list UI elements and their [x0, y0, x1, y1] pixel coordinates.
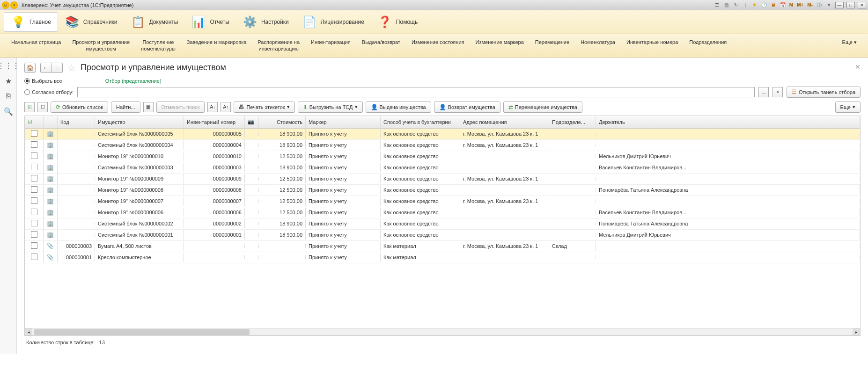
- subnav-move[interactable]: Перемещение: [530, 37, 575, 54]
- m-minus-button[interactable]: M-: [806, 1, 814, 9]
- table-row[interactable]: 🏢Системный блок №0000000004000000000418 …: [25, 140, 860, 151]
- row-checkbox[interactable]: [31, 209, 37, 215]
- th-acc[interactable]: Способ учета в бухгалтерии: [381, 116, 460, 128]
- table-row[interactable]: 📎000000003Бумага А4, 500 листовПринято к…: [25, 241, 860, 252]
- forward-button[interactable]: →: [51, 63, 63, 73]
- select-all-radio[interactable]: Выбрать все: [24, 78, 62, 84]
- scroll-left-icon[interactable]: ◂: [25, 328, 32, 336]
- tb-icon-1[interactable]: ☰: [714, 1, 721, 9]
- subnav-condition[interactable]: Изменение состояния: [406, 37, 470, 54]
- subnav-receipt[interactable]: Поступление номенклатуры: [135, 37, 181, 54]
- by-filter-radio[interactable]: Согласно отбору:: [24, 89, 74, 95]
- calc-icon[interactable]: 🖩: [770, 1, 777, 9]
- subnav-issue[interactable]: Выдача/возврат: [356, 37, 406, 54]
- row-checkbox[interactable]: [31, 186, 37, 193]
- sort-desc-button[interactable]: A↑: [221, 102, 231, 112]
- close-tab-icon[interactable]: ✕: [855, 63, 861, 71]
- move-button[interactable]: ⇄ Перемещение имущества: [503, 102, 582, 113]
- row-checkbox[interactable]: [31, 197, 37, 204]
- maximize-button[interactable]: □: [846, 2, 855, 8]
- table-row[interactable]: 🏢Системный блок №0000000002000000000218 …: [25, 218, 860, 230]
- subnav-inventory[interactable]: Инвентаризация: [305, 37, 356, 54]
- table-row[interactable]: 🏢Монитор 19" №0000000008000000000812 500…: [25, 185, 860, 196]
- menu-reports[interactable]: 📊 Отчеты: [184, 12, 235, 32]
- refresh-button[interactable]: ⟳ Обновить список: [51, 102, 108, 113]
- menu-help[interactable]: ❓ Помощь: [371, 12, 424, 32]
- horizontal-scrollbar[interactable]: ◂ ▸: [25, 328, 860, 335]
- row-checkbox[interactable]: [31, 220, 37, 226]
- grid-mode-button[interactable]: ▦: [143, 102, 154, 112]
- th-holder[interactable]: Держатель: [596, 116, 860, 128]
- sort-asc-button[interactable]: A↓: [207, 102, 218, 112]
- favorites-icon[interactable]: ★: [5, 77, 12, 86]
- subnav-nomenclature[interactable]: Номенклатура: [575, 37, 621, 54]
- menu-documents[interactable]: 📋 Документы: [124, 12, 185, 32]
- table-row[interactable]: 🏢Системный блок №0000000005000000000518 …: [25, 129, 860, 140]
- calendar-icon[interactable]: 📅: [779, 1, 787, 9]
- filter-ellipsis-button[interactable]: …: [758, 87, 769, 97]
- subnav-marking[interactable]: Заведение и маркировка: [181, 37, 252, 54]
- app-dropdown-icon[interactable]: ▾: [10, 1, 18, 9]
- print-labels-button[interactable]: 🖶 Печать этикеток ▾: [234, 102, 294, 113]
- back-button[interactable]: ←: [40, 63, 51, 73]
- issue-button[interactable]: 👤 Выдача имущества: [366, 102, 431, 113]
- th-inv[interactable]: Инвентарный номер: [184, 116, 245, 128]
- table-row[interactable]: 🏢Монитор 19" №0000000010000000001012 500…: [25, 151, 860, 162]
- th-name[interactable]: Имущество: [95, 116, 184, 128]
- row-checkbox[interactable]: [31, 242, 37, 249]
- m-button[interactable]: M: [788, 1, 794, 9]
- th-cost[interactable]: Стоимость: [259, 116, 306, 128]
- table-row[interactable]: 🏢Системный блок №0000000003000000000318 …: [25, 162, 860, 174]
- checkall-button[interactable]: ☑: [24, 102, 35, 112]
- favorite-star-icon[interactable]: ☆: [67, 62, 76, 73]
- star-icon[interactable]: ★: [751, 1, 758, 9]
- subnav-more[interactable]: Еще ▾: [837, 37, 862, 54]
- tb-icon-3[interactable]: ↻: [732, 1, 740, 9]
- home-button[interactable]: 🏠: [24, 63, 36, 73]
- row-checkbox[interactable]: [31, 130, 37, 137]
- menu-reference[interactable]: 📚 Справочники: [58, 12, 124, 32]
- row-checkbox[interactable]: [31, 152, 37, 159]
- history-icon[interactable]: 🕑: [760, 1, 768, 9]
- th-code[interactable]: Код: [58, 116, 95, 128]
- return-button[interactable]: 👤 Возврат имущества: [434, 102, 500, 113]
- cancel-search-button[interactable]: Отменить поиск: [156, 102, 205, 113]
- menu-main[interactable]: 💡 Главное: [4, 12, 58, 32]
- th-marker[interactable]: Маркер: [306, 116, 381, 128]
- uncheckall-button[interactable]: ☐: [37, 102, 48, 112]
- menu-licensing[interactable]: 📄 Лицензирование: [295, 12, 371, 32]
- subnav-view[interactable]: Просмотр и управление имуществом: [66, 37, 135, 54]
- upload-tsd-button[interactable]: ⬆ Выгрузить на ТСД ▾: [298, 102, 363, 113]
- row-checkbox[interactable]: [31, 231, 37, 238]
- info-dropdown[interactable]: ▾: [825, 1, 832, 9]
- row-checkbox[interactable]: [31, 175, 37, 181]
- find-button[interactable]: Найти...: [111, 102, 140, 113]
- th-addr[interactable]: Адрес помещения: [460, 116, 549, 128]
- scroll-right-icon[interactable]: ▸: [853, 328, 860, 336]
- subnav-invnumbers[interactable]: Инвентарные номера: [621, 37, 684, 54]
- table-row[interactable]: 📎000000001Кресло компьютерноеПринято к у…: [25, 252, 860, 263]
- th-checkbox[interactable]: ☑: [25, 116, 44, 128]
- table-row[interactable]: 🏢Монитор 19" №0000000007000000000712 500…: [25, 196, 860, 207]
- table-row[interactable]: 🏢Монитор 19" №0000000006000000000612 500…: [25, 207, 860, 218]
- search-icon[interactable]: 🔍: [4, 107, 13, 116]
- subnav-marker[interactable]: Изменение маркера: [470, 37, 530, 54]
- tb-icon-2[interactable]: ▤: [723, 1, 730, 9]
- subnav-departments[interactable]: Подразделения: [684, 37, 732, 54]
- table-row[interactable]: 🏢Системный блок №0000000001000000000118 …: [25, 230, 860, 241]
- scroll-thumb[interactable]: [34, 329, 250, 335]
- close-button[interactable]: ✕: [858, 2, 866, 8]
- minimize-button[interactable]: —: [835, 2, 844, 8]
- row-checkbox[interactable]: [31, 164, 37, 170]
- th-dept[interactable]: Подразделе...: [549, 116, 596, 128]
- filter-clear-button[interactable]: ×: [772, 87, 783, 97]
- clipboard-icon[interactable]: ⎘: [6, 92, 11, 101]
- more-button[interactable]: Еще ▾: [835, 102, 861, 113]
- table-row[interactable]: 🏢Монитор 19" №0000000009000000000912 500…: [25, 174, 860, 185]
- row-checkbox[interactable]: [31, 254, 37, 260]
- subnav-start[interactable]: Начальная страница: [6, 37, 66, 54]
- subnav-inventory-order[interactable]: Распоряжение на инвентаризацию: [252, 37, 305, 54]
- info-icon[interactable]: ⓘ: [816, 1, 823, 9]
- filter-input[interactable]: [77, 87, 755, 97]
- open-filter-panel-button[interactable]: ☰ Открыть панель отбора: [787, 87, 861, 98]
